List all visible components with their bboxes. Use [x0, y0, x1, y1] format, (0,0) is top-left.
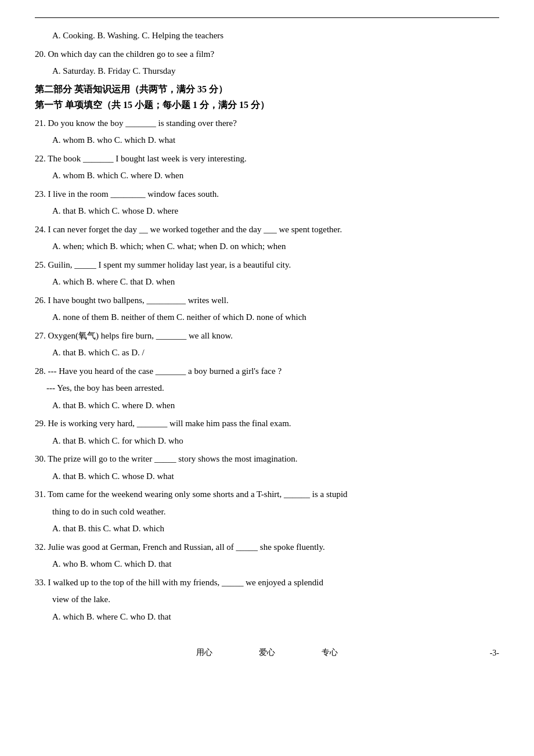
q19-options: A. Cooking. B. Washing. C. Helping the t… [52, 28, 499, 44]
q22-options: A. whom B. which C. where D. when [52, 168, 499, 183]
q28: 28. --- Have you heard of the case _____… [35, 364, 499, 379]
footer-item-3: 专心 [322, 647, 338, 658]
top-divider [35, 17, 499, 18]
q32: 32. Julie was good at German, French and… [35, 540, 499, 555]
q31-cont: thing to do in such cold weather. [52, 505, 499, 520]
page-number: -3- [490, 649, 499, 658]
q25: 25. Guilin, _____ I spent my summer holi… [35, 258, 499, 273]
q24-options: A. when; which B. which; when C. what; w… [52, 239, 499, 254]
q30-options: A. that B. which C. whose D. what [52, 469, 499, 484]
q22: 22. The book _______ I bought last week … [35, 152, 499, 167]
q21-options: A. whom B. who C. which D. what [52, 133, 499, 148]
section2-title: 第二部分 英语知识运用（共两节，满分 35 分） [35, 84, 499, 96]
q28-options: A. that B. which C. where D. when [52, 398, 499, 413]
footer-item-1: 用心 [196, 647, 212, 658]
q29-options: A. that B. which C. for which D. who [52, 434, 499, 449]
q23: 23. I live in the room ________ window f… [35, 187, 499, 202]
q21: 21. Do you know the boy _______ is stand… [35, 116, 499, 131]
q33-cont: view of the lake. [52, 592, 499, 607]
footer-content: 用心 爱心 专心 [35, 647, 499, 658]
q27-options: A. that B. which C. as D. / [52, 345, 499, 361]
q20-options: A. Saturday. B. Friday C. Thursday [52, 64, 499, 79]
q26: 26. I have bought two ballpens, ________… [35, 293, 499, 308]
section2-subsection-title: 第一节 单项填空（共 15 小题；每小题 1 分，满分 15 分） [35, 99, 499, 111]
q33: 33. I walked up to the top of the hill w… [35, 575, 499, 591]
footer-item-2: 爱心 [259, 647, 275, 658]
footer: 用心 爱心 专心 -3- [35, 647, 499, 658]
q24: 24. I can never forget the day __ we wor… [35, 222, 499, 237]
q31-options: A. that B. this C. what D. which [52, 521, 499, 537]
q32-options: A. who B. whom C. which D. that [52, 557, 499, 572]
q20: 20. On which day can the children go to … [35, 47, 499, 62]
q26-options: A. none of them B. neither of them C. ne… [52, 310, 499, 325]
q30: 30. The prize will go to the writer ____… [35, 452, 499, 467]
q29: 29. He is working very hard, _______ wil… [35, 416, 499, 431]
q33-options: A. which B. where C. who D. that [52, 610, 499, 625]
q23-options: A. that B. which C. whose D. where [52, 204, 499, 219]
q31: 31. Tom came for the weekend wearing onl… [35, 487, 499, 502]
q28-sub: --- Yes, the boy has been arrested. [46, 381, 499, 396]
q27: 27. Oxygen(氧气) helps fire burn, _______ … [35, 329, 499, 344]
q25-options: A. which B. where C. that D. when [52, 275, 499, 290]
